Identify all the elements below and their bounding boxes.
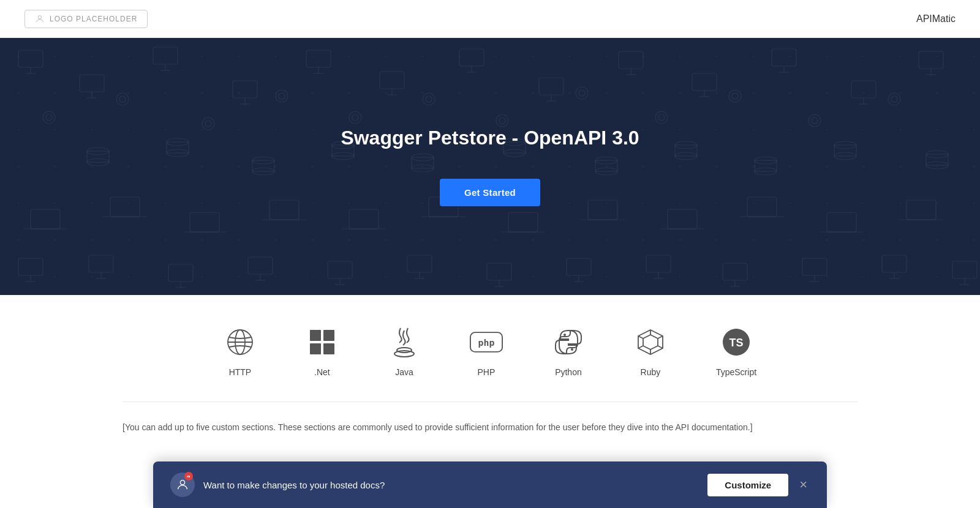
- svg-point-67: [167, 138, 189, 146]
- svg-marker-162: [643, 335, 658, 349]
- svg-point-159: [564, 334, 566, 336]
- svg-rect-100: [270, 200, 299, 220]
- logo-icon: [35, 14, 45, 24]
- svg-rect-7: [153, 47, 178, 64]
- svg-point-40: [43, 111, 55, 124]
- svg-rect-98: [110, 197, 140, 217]
- svg-point-94: [926, 151, 948, 158]
- svg-rect-68: [167, 142, 189, 153]
- customize-button[interactable]: Customize: [707, 474, 788, 496]
- sdk-label-dotnet: .Net: [314, 367, 330, 377]
- svg-point-96: [926, 162, 948, 169]
- svg-rect-136: [723, 263, 747, 280]
- svg-point-41: [46, 114, 52, 121]
- header: LOGO PLACEHOLDER APIMatic: [0, 0, 980, 38]
- svg-rect-106: [747, 197, 777, 217]
- sdk-item-java[interactable]: Java: [388, 326, 421, 377]
- get-started-button[interactable]: Get Started: [440, 179, 540, 206]
- svg-rect-1: [18, 50, 43, 67]
- content-text: [You can add up to five custom sections.…: [123, 420, 858, 434]
- python-icon: [552, 326, 585, 359]
- svg-rect-37: [919, 51, 943, 69]
- svg-rect-31: [772, 49, 796, 66]
- sdk-label-http: HTTP: [229, 367, 252, 377]
- svg-point-42: [116, 93, 129, 105]
- svg-point-48: [349, 111, 361, 124]
- svg-point-155: [397, 348, 412, 353]
- svg-point-59: [732, 93, 738, 99]
- sdk-label-python: Python: [555, 367, 582, 377]
- svg-rect-16: [380, 72, 404, 89]
- svg-point-57: [658, 114, 665, 121]
- svg-point-75: [332, 152, 354, 160]
- ruby-icon: [634, 326, 667, 359]
- svg-point-81: [503, 149, 526, 157]
- sdk-item-typescript[interactable]: TS TypeScript: [716, 326, 756, 377]
- svg-point-53: [499, 118, 505, 124]
- svg-point-52: [496, 114, 508, 127]
- svg-point-60: [809, 114, 821, 127]
- svg-rect-124: [407, 255, 432, 272]
- sdk-item-http[interactable]: HTTP: [224, 326, 257, 377]
- logo-placeholder[interactable]: LOGO PLACEHOLDER: [24, 10, 148, 28]
- svg-point-47: [279, 93, 285, 99]
- svg-point-70: [252, 157, 274, 164]
- svg-point-90: [755, 168, 777, 175]
- svg-point-82: [595, 157, 617, 164]
- brand-name: APIMatic: [916, 13, 956, 24]
- svg-rect-77: [412, 157, 434, 168]
- logo-text: LOGO PLACEHOLDER: [50, 15, 137, 23]
- svg-point-160: [571, 348, 573, 351]
- svg-point-63: [891, 96, 897, 102]
- toast-message: Want to make changes to your hosted docs…: [203, 480, 699, 490]
- svg-point-44: [202, 118, 214, 130]
- svg-rect-97: [31, 209, 60, 229]
- svg-rect-92: [834, 145, 856, 156]
- svg-point-61: [812, 118, 818, 124]
- svg-text:TS: TS: [729, 337, 743, 349]
- svg-point-88: [755, 157, 777, 164]
- svg-rect-127: [487, 263, 511, 280]
- svg-rect-19: [459, 49, 484, 66]
- svg-point-171: [180, 480, 184, 485]
- svg-rect-104: [588, 200, 617, 220]
- svg-rect-65: [87, 151, 109, 162]
- svg-rect-95: [926, 154, 948, 165]
- svg-rect-83: [595, 160, 617, 171]
- svg-rect-133: [646, 255, 671, 272]
- sdk-label-ruby: Ruby: [641, 367, 661, 377]
- svg-point-87: [675, 152, 697, 160]
- svg-point-55: [579, 90, 585, 96]
- svg-point-93: [834, 152, 856, 160]
- svg-point-76: [412, 154, 434, 161]
- toast-banner: Want to make changes to your hosted docs…: [153, 461, 827, 508]
- svg-rect-107: [827, 212, 856, 232]
- sdk-section: HTTP .Net Java: [0, 295, 980, 395]
- svg-point-49: [352, 114, 358, 121]
- svg-text:php: php: [478, 337, 494, 348]
- php-icon: php: [470, 326, 503, 359]
- sdk-item-python[interactable]: Python: [552, 326, 585, 377]
- hero-section: Swagger Petstore - OpenAPI 3.0 Get Start…: [0, 38, 980, 295]
- svg-point-78: [412, 165, 434, 172]
- svg-rect-121: [328, 261, 352, 278]
- svg-point-72: [252, 168, 274, 175]
- sdk-item-php[interactable]: php PHP: [470, 326, 503, 377]
- svg-point-54: [576, 87, 588, 99]
- svg-rect-139: [802, 258, 827, 275]
- svg-point-43: [119, 96, 126, 102]
- svg-rect-13: [306, 50, 331, 67]
- close-toast-button[interactable]: ×: [797, 478, 810, 491]
- svg-rect-34: [851, 81, 876, 98]
- svg-point-84: [595, 168, 617, 175]
- svg-point-0: [38, 15, 41, 18]
- svg-rect-115: [168, 264, 193, 282]
- svg-point-62: [888, 93, 900, 105]
- svg-line-164: [658, 336, 663, 338]
- toast-avatar: [170, 473, 195, 497]
- svg-rect-89: [755, 160, 777, 171]
- sdk-item-ruby[interactable]: Ruby: [634, 326, 667, 377]
- sdk-item-dotnet[interactable]: .Net: [306, 326, 339, 377]
- hero-pattern: [0, 38, 980, 295]
- sdk-label-typescript: TypeScript: [716, 367, 756, 377]
